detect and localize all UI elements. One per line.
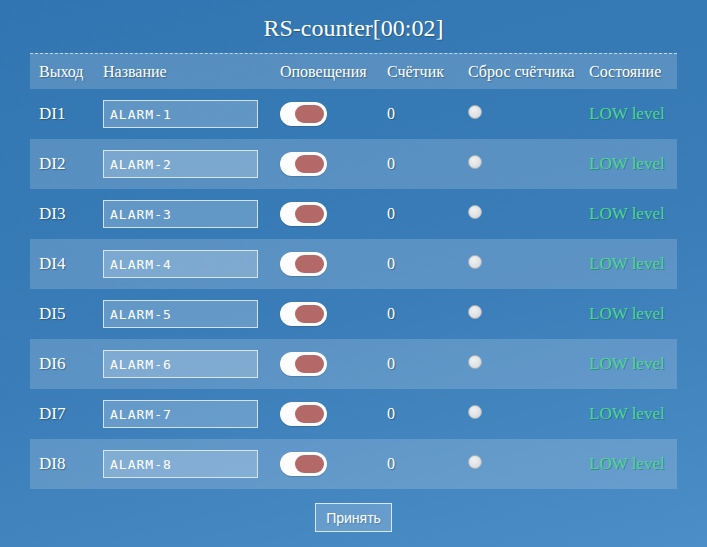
output-label: DI8	[30, 454, 103, 474]
alert-toggle[interactable]	[280, 302, 327, 326]
toggle-off-icon	[295, 155, 324, 173]
toggle-off-icon	[295, 105, 324, 123]
output-label: DI3	[30, 204, 103, 224]
name-input[interactable]	[103, 150, 258, 178]
state-label: LOW level	[588, 154, 677, 174]
output-label: DI1	[30, 104, 103, 124]
counter-value: 0	[385, 405, 464, 423]
rs-counter-table: Выход Название Оповещения Счётчик Сброс …	[30, 53, 677, 489]
header-counter: Счётчик	[385, 63, 464, 81]
toggle-off-icon	[295, 205, 324, 223]
alert-toggle[interactable]	[280, 452, 327, 476]
name-input[interactable]	[103, 100, 258, 128]
name-input[interactable]	[103, 400, 258, 428]
name-input[interactable]	[103, 200, 258, 228]
table-body: DI1 0 LOW level DI2 0 LOW level DI3 0 LO…	[30, 89, 677, 489]
table-row: DI4 0 LOW level	[30, 239, 677, 289]
alert-toggle[interactable]	[280, 252, 327, 276]
table-row: DI5 0 LOW level	[30, 289, 677, 339]
table-row: DI1 0 LOW level	[30, 89, 677, 139]
counter-value: 0	[385, 205, 464, 223]
header-name: Название	[103, 63, 280, 81]
name-input[interactable]	[103, 250, 258, 278]
output-label: DI6	[30, 354, 103, 374]
name-input[interactable]	[103, 450, 258, 478]
reset-radio[interactable]	[468, 305, 482, 319]
reset-radio[interactable]	[468, 155, 482, 169]
toggle-off-icon	[295, 355, 324, 373]
footer: Принять	[30, 489, 677, 532]
counter-value: 0	[385, 105, 464, 123]
reset-radio[interactable]	[468, 205, 482, 219]
counter-value: 0	[385, 155, 464, 173]
table-row: DI3 0 LOW level	[30, 189, 677, 239]
table-row: DI7 0 LOW level	[30, 389, 677, 439]
reset-radio[interactable]	[468, 105, 482, 119]
counter-value: 0	[385, 355, 464, 373]
submit-button[interactable]: Принять	[315, 503, 392, 532]
toggle-off-icon	[295, 455, 324, 473]
table-header-row: Выход Название Оповещения Счётчик Сброс …	[30, 53, 677, 89]
page-title: RS-counter[00:02]	[0, 0, 707, 53]
header-reset: Сброс счётчика	[464, 63, 588, 81]
table-row: DI6 0 LOW level	[30, 339, 677, 389]
toggle-off-icon	[295, 305, 324, 323]
counter-value: 0	[385, 455, 464, 473]
alert-toggle[interactable]	[280, 152, 327, 176]
name-input[interactable]	[103, 350, 258, 378]
state-label: LOW level	[588, 204, 677, 224]
table-row: DI2 0 LOW level	[30, 139, 677, 189]
state-label: LOW level	[588, 304, 677, 324]
state-label: LOW level	[588, 404, 677, 424]
toggle-off-icon	[295, 255, 324, 273]
alert-toggle[interactable]	[280, 402, 327, 426]
name-input[interactable]	[103, 300, 258, 328]
reset-radio[interactable]	[468, 405, 482, 419]
output-label: DI2	[30, 154, 103, 174]
reset-radio[interactable]	[468, 355, 482, 369]
output-label: DI4	[30, 254, 103, 274]
state-label: LOW level	[588, 454, 677, 474]
header-alerts: Оповещения	[280, 63, 385, 81]
state-label: LOW level	[588, 354, 677, 374]
toggle-off-icon	[295, 405, 324, 423]
reset-radio[interactable]	[468, 455, 482, 469]
state-label: LOW level	[588, 254, 677, 274]
output-label: DI7	[30, 404, 103, 424]
output-label: DI5	[30, 304, 103, 324]
reset-radio[interactable]	[468, 255, 482, 269]
counter-value: 0	[385, 305, 464, 323]
table-row: DI8 0 LOW level	[30, 439, 677, 489]
alert-toggle[interactable]	[280, 352, 327, 376]
counter-value: 0	[385, 255, 464, 273]
alert-toggle[interactable]	[280, 202, 327, 226]
header-output: Выход	[30, 63, 103, 81]
alert-toggle[interactable]	[280, 102, 327, 126]
state-label: LOW level	[588, 104, 677, 124]
header-state: Состояние	[588, 63, 677, 81]
